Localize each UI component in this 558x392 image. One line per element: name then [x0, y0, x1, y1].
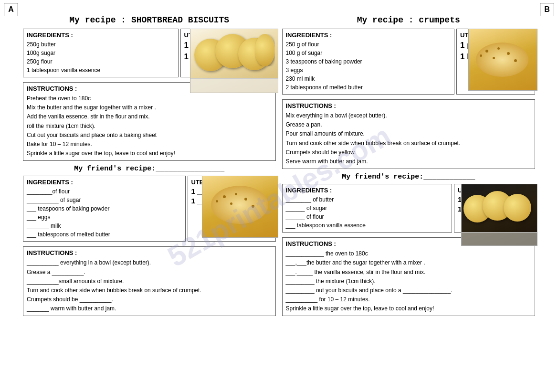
right-friend-instr-1: ____________ the oven to 180c — [286, 249, 532, 258]
right-ingredients-box: INGREDIENTS : 250 g of flour 100 g of su… — [282, 29, 455, 95]
right-instructions-content: Mix everything in a bowl (except butter)… — [286, 111, 532, 166]
right-friend-ing-2: ______ of sugar — [286, 204, 449, 212]
left-friend-ing-6: ___ tablespoons of melted butter — [27, 230, 182, 239]
right-ingredients-label: INGREDIENTS : — [286, 32, 451, 39]
left-ingredient-1: 250g butter — [27, 40, 175, 49]
left-friend-ing-2: __________ of sugar — [27, 196, 182, 204]
left-friend-instr-3: __________small amounts of mixture. — [27, 277, 272, 286]
right-friend-ing-label: INGREDIENTS : — [286, 187, 449, 194]
left-friend-ingredients-box: INGREDIENTS : ________of flour _________… — [23, 176, 186, 242]
left-instr-6: Bake for 10 – 12 minutes. — [27, 140, 272, 149]
right-recipe-title: My recipe : crumpets — [282, 15, 536, 25]
left-friend-ing-3: ___ teaspoons of baking powder — [27, 204, 182, 213]
left-top-section: INGREDIENTS : 250g butter 100g sugar 250… — [23, 29, 276, 77]
left-friend-instr-6: _______ warm with butter and jam. — [27, 304, 272, 313]
left-ingredient-4: 1 tablespoon vanilla essence — [27, 66, 175, 74]
left-friend-top: INGREDIENTS : ________of flour _________… — [23, 176, 276, 242]
left-ingredients-label: INGREDIENTS : — [27, 32, 175, 39]
right-friend-instr-7: Sprinkle a little sugar over the top, le… — [286, 304, 532, 313]
left-friend-instr-1: __________ everything in a bowl (except … — [27, 258, 272, 267]
right-friend-instr-6: __________ for 10 – 12 minutes. — [286, 295, 532, 304]
right-friend-instr-2: ___,___the butter and the sugar together… — [286, 258, 532, 267]
left-friend-instr-4: Turn and cook other side when bubbles br… — [27, 286, 272, 295]
left-friend-instr-content: __________ everything in a bowl (except … — [27, 258, 272, 313]
right-friend-ingredients-box: INGREDIENTS : ________ of butter ______ … — [282, 184, 453, 233]
right-top-section: INGREDIENTS : 250 g of flour 100 g of su… — [282, 29, 536, 95]
right-instr-3: Pour small amounts of mixture. — [286, 129, 532, 138]
left-friend-instr-5: Crumpets should be __________. — [27, 295, 272, 304]
right-instr-5: Crumpets should be yellow. — [286, 148, 532, 157]
right-instructions-box: INSTRUCTIONS : Mix everything in a bowl … — [282, 99, 536, 169]
biscuits-photo — [190, 29, 278, 93]
left-instructions-content: Preheat the oven to 180c Mix the butter … — [27, 94, 272, 158]
right-friend-top: INGREDIENTS : ________ of butter ______ … — [282, 184, 536, 233]
left-instr-3: Add the vanilla essence, stir in the flo… — [27, 112, 272, 121]
right-instr-2: Grease a pan. — [286, 120, 532, 129]
left-ingredient-3: 250g flour — [27, 57, 175, 66]
left-instructions-box: INSTRUCTIONS : Preheat the oven to 180c … — [23, 82, 276, 161]
left-instr-2: Mix the butter and the sugar together wi… — [27, 103, 272, 112]
right-instr-6: Serve warm with butter and jam. — [286, 157, 532, 166]
right-ing-4: 3 eggs — [286, 66, 451, 74]
right-instr-4: Turn and cook other side when bubbles br… — [286, 139, 532, 148]
right-friend-instr-content: ____________ the oven to 180c ___,___the… — [286, 249, 532, 313]
right-friend-instructions-box: INSTRUCTIONS : ____________ the oven to … — [282, 237, 536, 316]
right-friend-instr-3: ___._____ the vanilla essence, stir in t… — [286, 268, 532, 277]
right-friend-instr-4: _________ the mixture (1cm thick). — [286, 277, 532, 286]
left-friend-ing-label: INGREDIENTS : — [27, 179, 182, 186]
right-friend-ing-4: ___ tablespoon vanilla essence — [286, 221, 449, 230]
left-column: My recipe : SHORTBREAD BISCUITS INGREDIE… — [4, 4, 279, 388]
left-friend-ing-4: ___ eggs — [27, 213, 182, 222]
right-column: My recipe : crumpets INGREDIENTS : 250 g… — [279, 4, 555, 388]
right-ing-2: 100 g of sugar — [286, 49, 451, 57]
left-friend-ing-1: ________of flour — [27, 187, 182, 196]
right-ing-1: 250 g of flour — [286, 40, 451, 49]
right-friend-ing-3: ______ of flour — [286, 212, 449, 221]
left-ingredients-box: INGREDIENTS : 250g butter 100g sugar 250… — [23, 29, 179, 77]
corner-label-a: A — [4, 3, 18, 16]
left-friend-title: My friend's recipe:________________ — [23, 165, 276, 173]
corner-label-b: B — [540, 3, 554, 16]
left-friend-ing-5: _______ milk — [27, 222, 182, 230]
right-ing-3: 3 teaspoons of baking powder — [286, 57, 451, 66]
left-recipe-title: My recipe : SHORTBREAD BISCUITS — [23, 15, 276, 25]
left-friend-instr-label: INSTRUCTIONS : — [27, 249, 272, 256]
left-instr-4: roll the mixture (1cm thick). — [27, 122, 272, 131]
left-friend-instructions-box: INSTRUCTIONS : __________ everything in … — [23, 246, 276, 316]
left-instr-1: Preheat the oven to 180c — [27, 94, 272, 103]
biscuits-photo-friend-right — [461, 184, 537, 246]
left-ingredient-2: 100g sugar — [27, 49, 175, 57]
crumpet-photo-left — [202, 176, 278, 238]
right-instr-1: Mix everything in a bowl (except butter)… — [286, 111, 532, 120]
right-ing-6: 2 tablespoons of melted butter — [286, 83, 451, 92]
right-friend-ing-1: ________ of butter — [286, 195, 449, 204]
left-instr-5: Cut out your biscuits and place onto a b… — [27, 131, 272, 140]
left-friend-instr-2: Grease a __________. — [27, 268, 272, 277]
right-ing-5: 230 ml milk — [286, 74, 451, 83]
right-instructions-label: INSTRUCTIONS : — [286, 102, 532, 109]
right-friend-instr-5: _________ out your biscuits and place on… — [286, 286, 532, 295]
crumpet-photo-right-main — [468, 29, 537, 91]
left-instr-7: Sprinkle a little sugar over the top, le… — [27, 149, 272, 158]
right-friend-title: My friend's recipe:____________ — [282, 173, 536, 181]
